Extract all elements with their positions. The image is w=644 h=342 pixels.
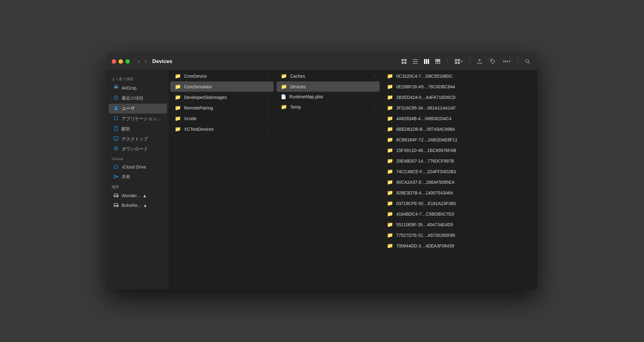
folder-icon: 📁 [387, 169, 393, 174]
grid-icon [401, 59, 407, 64]
list-item[interactable]: 📁 77527D7E-01…A5730260F89 › [383, 230, 536, 240]
recent-label: 最近の項目 [122, 95, 144, 101]
sidebar-item-recent[interactable]: 最近の項目 [109, 93, 167, 103]
view-gallery-button[interactable] [433, 57, 442, 66]
sidebar-item-icloud-drive[interactable]: iCloud Drive [109, 162, 167, 172]
list-item[interactable]: 📄 RuntimeMap.plist [276, 92, 380, 101]
minimize-button[interactable] [119, 59, 123, 64]
folder-icon: 📁 [387, 94, 393, 100]
item-name: 6CB6164F-72…2AB2DAE8F11 [396, 137, 527, 142]
svg-rect-16 [455, 62, 457, 64]
sidebar-item-airdrop[interactable]: AirDrop [109, 83, 167, 93]
svg-point-27 [117, 119, 118, 120]
svg-line-20 [529, 62, 530, 64]
chevron-right-icon: › [374, 74, 375, 78]
item-name: 03719CFE-92…E181A23F360 [396, 201, 527, 206]
item-name: RuntimeMap.plist [289, 94, 375, 99]
list-item[interactable]: 📁 4184BDC4-7…C5BDB0C7D3 › [383, 209, 536, 219]
tag-button[interactable] [488, 57, 497, 66]
svg-point-25 [117, 116, 118, 118]
list-item[interactable]: 📁 CoreSimulator › [170, 81, 274, 92]
shared-icon [114, 174, 119, 180]
svg-rect-9 [428, 59, 429, 64]
clock-svg [114, 95, 119, 100]
view-list-button[interactable] [411, 57, 420, 66]
item-name: 90CA2A37-E…266AF5085EA [396, 180, 527, 185]
list-item[interactable]: 📁 CoreDevice › [170, 71, 274, 81]
folder-icon: 📁 [175, 84, 181, 90]
list-item[interactable]: 📁 0C3220C4-7…D8C55108DC › [383, 71, 536, 81]
list-item[interactable]: 📁 55110E8F-35…40A734E4D5 › [383, 219, 536, 230]
search-button[interactable] [523, 57, 532, 66]
sidebar-item-shared[interactable]: 共有 [109, 172, 167, 182]
svg-rect-11 [435, 63, 437, 64]
list-item[interactable]: 📁 700944DD-3…4DEA3F06439 › [383, 241, 536, 251]
svg-point-23 [115, 106, 117, 108]
doc-svg [114, 126, 118, 131]
chevron-right-icon: › [530, 233, 532, 237]
chevron-right-icon: › [530, 148, 532, 153]
column-3: 📁 0C3220C4-7…D8C55108DC › 📁 0E26BF26-A5…… [381, 71, 537, 290]
column-icon [424, 59, 429, 64]
chevron-right-icon: › [268, 85, 269, 89]
item-name: 4184BDC4-7…C5BDB0C7D3 [396, 212, 527, 217]
list-item[interactable]: 📁 RemotePairing › [170, 103, 274, 113]
drive-icon-1 [114, 193, 119, 198]
list-item[interactable]: 📁 4A82834B-4…068D82D4C4 › [383, 113, 536, 124]
group-button[interactable]: ▾ [453, 57, 465, 66]
chevron-right-icon: › [268, 127, 269, 131]
list-item[interactable]: 📁 XCTestDevices › [170, 124, 274, 134]
list-item[interactable]: 📁 Devices › [276, 81, 380, 92]
list-item[interactable]: 📁 Caches › [276, 71, 380, 81]
item-name: Xcode [184, 116, 265, 121]
list-item[interactable]: 📁 03719CFE-92…E181A23F360 › [383, 198, 536, 208]
sidebar-item-downloads[interactable]: ダウンロード [109, 144, 167, 154]
folder-icon: 📁 [387, 147, 393, 153]
list-item[interactable]: 📁 3F316C95-34…061A114A1AF › [383, 103, 536, 113]
list-item[interactable]: 📁 2B2ED424-0…A4FA716D6CD › [383, 92, 536, 102]
svg-rect-6 [413, 63, 418, 64]
share-button[interactable] [475, 57, 484, 66]
list-item[interactable]: 📁 6BED61D6-B…05743AC8984 › [383, 124, 536, 134]
list-item[interactable]: 📁 928E3D7B-4…14007543A64 › [383, 188, 536, 198]
item-name: 3F316C95-34…061A114A1AF [396, 105, 527, 110]
column-2: 📁 Caches › 📁 Devices › 📄 RuntimeMap.plis… [275, 71, 381, 290]
sidebar-item-wonder[interactable]: Wonder… ▲ [109, 191, 167, 200]
more-button[interactable]: ••• ▾ [501, 57, 513, 66]
maximize-button[interactable] [125, 59, 130, 64]
item-name: 6BED61D6-B…05743AC8984 [396, 127, 527, 132]
item-name: 74CC48CE-F…1D4FF54D2B3 [396, 169, 527, 174]
svg-rect-4 [413, 59, 418, 60]
list-item[interactable]: 📁 15F3911D-46…1BC89976FAB › [383, 145, 536, 155]
list-item[interactable]: 📁 74CC48CE-F…1D4FF54D2B3 › [383, 166, 536, 177]
launchpad-icon [114, 116, 119, 122]
back-button[interactable]: ‹ [136, 57, 142, 66]
list-icon [412, 59, 418, 64]
list-item[interactable]: 📁 90CA2A37-E…266AF5085EA › [383, 177, 536, 187]
list-item[interactable]: 📁 Temp › [276, 102, 380, 112]
folder-icon: 📁 [387, 222, 393, 227]
forward-button[interactable]: › [143, 57, 149, 66]
sidebar-item-docs[interactable]: 書類 [109, 124, 167, 134]
list-item[interactable]: 📁 20E48D07-14…776DCF997B › [383, 156, 536, 166]
sidebar-item-user[interactable]: ユーザ [109, 104, 167, 114]
folder-icon: 📁 [281, 73, 287, 79]
tag-icon [490, 59, 495, 64]
item-name: 0E26BF26-A5…76C6DBC844 [396, 84, 527, 89]
list-item[interactable]: 📁 Xcode › [170, 113, 274, 124]
view-column-button[interactable] [422, 57, 431, 66]
list-item[interactable]: 📁 DeveloperDiskImages › [170, 92, 274, 102]
sidebar-item-apps[interactable]: アプリケーション… [109, 114, 167, 124]
close-button[interactable] [112, 59, 116, 64]
sidebar-item-buhore[interactable]: BuhoRe… ▲ [109, 201, 167, 210]
item-name: CoreDevice [184, 74, 265, 79]
search-icon [525, 59, 530, 64]
view-grid-button[interactable] [399, 57, 409, 66]
icloud-drive-label: iCloud Drive [122, 164, 146, 169]
wonder-label: Wonder… ▲ [122, 193, 147, 198]
list-item[interactable]: 📁 0E26BF26-A5…76C6DBC844 › [383, 81, 536, 92]
sidebar-item-desktop[interactable]: デスクトップ [109, 134, 167, 144]
buhore-label: BuhoRe… ▲ [122, 203, 147, 208]
download-icon [114, 146, 119, 152]
list-item[interactable]: 📁 6CB6164F-72…2AB2DAE8F11 › [383, 134, 536, 145]
